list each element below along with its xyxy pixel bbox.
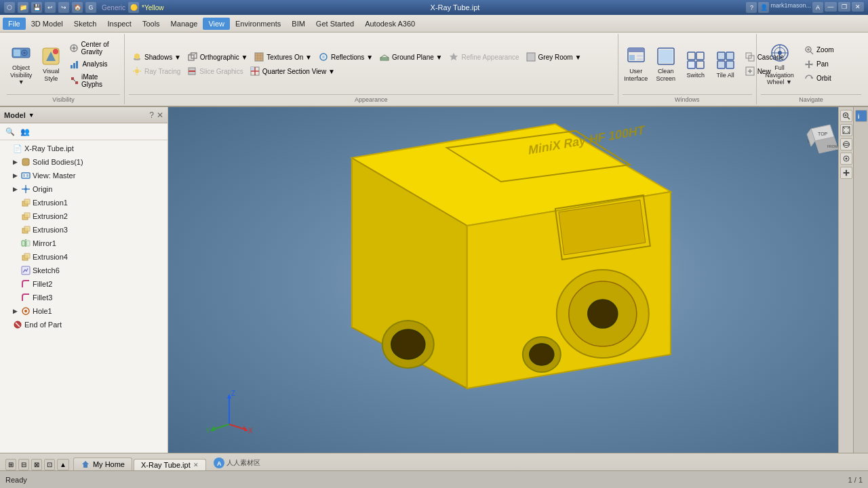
reflections-button[interactable]: Reflections ▼ bbox=[315, 50, 376, 64]
menu-autodesk360[interactable]: Autodesk A360 bbox=[359, 18, 420, 30]
tree-item-extrusion4[interactable]: Extrusion4 bbox=[0, 250, 167, 264]
pan-nav-button[interactable] bbox=[840, 167, 852, 179]
shadows-button[interactable]: Shadows ▼ bbox=[129, 50, 184, 64]
tab-xraytube[interactable]: X-Ray Tube.ipt ✕ bbox=[134, 459, 206, 470]
tree-item-fillet3[interactable]: Fillet3 bbox=[0, 291, 167, 304]
menu-3dmodel[interactable]: 3D Model bbox=[26, 18, 68, 30]
tab-close-icon[interactable]: ✕ bbox=[193, 462, 199, 468]
svg-rect-57 bbox=[717, 52, 725, 60]
menu-bim[interactable]: BIM bbox=[286, 18, 311, 30]
quick-access-save-icon[interactable]: 💾 bbox=[31, 2, 42, 13]
svg-rect-23 bbox=[255, 53, 263, 61]
help-icon[interactable]: ? bbox=[746, 2, 757, 13]
quarter-section-button[interactable]: Quarter Section View ▼ bbox=[247, 64, 338, 78]
ray-tracing-button[interactable]: Ray Tracing bbox=[129, 64, 183, 78]
tree-label: Solid Bodies(1) bbox=[33, 158, 165, 166]
panel-dropdown-icon[interactable]: ▼ bbox=[28, 112, 35, 119]
svg-line-129 bbox=[212, 424, 229, 430]
group-tool-button[interactable]: 👥 bbox=[19, 125, 31, 138]
minimize-button[interactable]: — bbox=[825, 2, 837, 12]
quick-access-home-icon[interactable]: 🏠 bbox=[72, 2, 83, 13]
restore-button[interactable]: ❐ bbox=[838, 2, 850, 12]
textures-on-button[interactable]: Textures On ▼ bbox=[251, 50, 315, 64]
object-visibility-button[interactable]: ObjectVisibility ▼ bbox=[7, 40, 35, 88]
menu-manage[interactable]: Manage bbox=[165, 18, 203, 30]
profile-icon[interactable]: 👤 bbox=[758, 2, 769, 13]
tree-item-mirror1[interactable]: Mirror1 bbox=[0, 237, 167, 250]
object-visibility-icon bbox=[10, 42, 32, 64]
zoom-in-button[interactable] bbox=[840, 110, 852, 122]
clean-screen-icon bbox=[655, 45, 677, 67]
user-interface-button[interactable]: UserInterface bbox=[623, 43, 650, 85]
menu-inspect[interactable]: Inspect bbox=[102, 18, 136, 30]
tree-item-hole1[interactable]: ▶ Hole1 bbox=[0, 304, 167, 318]
quick-access-undo-icon[interactable]: ↩ bbox=[45, 2, 56, 13]
tab-tile-icon[interactable]: ⊠ bbox=[31, 459, 42, 470]
clean-screen-button[interactable]: CleanScreen bbox=[652, 43, 679, 85]
tree-item-extrusion2[interactable]: Extrusion2 bbox=[0, 209, 167, 223]
tree-item-end-of-part[interactable]: End of Part bbox=[0, 318, 167, 331]
zoom-all-button[interactable] bbox=[840, 124, 852, 136]
orbit-button[interactable]: Orbit bbox=[801, 72, 837, 85]
visual-style-button[interactable]: Visual Style bbox=[37, 43, 65, 85]
slice-graphics-label: Slice Graphics bbox=[199, 68, 243, 75]
viewcube[interactable]: TOP L FRONT bbox=[797, 115, 838, 156]
grey-room-button[interactable]: Grey Room ▼ bbox=[523, 50, 585, 64]
refine-appearance-button[interactable]: Refine Appearance bbox=[446, 50, 521, 64]
tree-item-sketch6[interactable]: Sketch6 bbox=[0, 264, 167, 277]
app-logo-icon[interactable]: ⬡ bbox=[4, 2, 15, 13]
inventor-logo-button[interactable]: i bbox=[855, 110, 867, 122]
tree-item-xraytube[interactable]: 📄 X-Ray Tube.ipt bbox=[0, 142, 167, 155]
autodesk-icon[interactable]: A bbox=[812, 2, 823, 13]
windows-group-content: UserInterface CleanScreen bbox=[623, 35, 752, 93]
pan-button[interactable]: Pan bbox=[801, 58, 837, 71]
menu-getstarted[interactable]: Get Started bbox=[311, 18, 359, 30]
full-navigation-wheel-button[interactable]: Full NavigationWheel ▼ bbox=[761, 40, 798, 88]
tree-item-extrusion1[interactable]: Extrusion1 bbox=[0, 196, 167, 209]
quick-access-generic-icon[interactable]: G bbox=[85, 2, 96, 13]
color-scheme-icon[interactable]: 🟡 bbox=[128, 2, 139, 13]
sketch-icon bbox=[20, 265, 31, 276]
orthographic-button[interactable]: Orthographic ▼ bbox=[184, 50, 250, 64]
menu-tools[interactable]: Tools bbox=[137, 18, 165, 30]
tab-my-home[interactable]: My Home bbox=[73, 458, 132, 470]
menu-sketch[interactable]: Sketch bbox=[68, 18, 102, 30]
center-of-gravity-button[interactable]: Center of Gravity bbox=[66, 39, 120, 57]
switch-button[interactable]: Switch bbox=[682, 47, 709, 81]
imate-glyphs-button[interactable]: iMate Glyphs bbox=[66, 72, 120, 89]
menu-view[interactable]: View bbox=[203, 18, 230, 30]
panel-close-icon[interactable]: ✕ bbox=[157, 110, 163, 120]
tab-nav-icon[interactable]: ⊞ bbox=[5, 459, 16, 470]
tab-list-icon[interactable]: ⊡ bbox=[44, 459, 55, 470]
tab-grid-icon[interactable]: ⊟ bbox=[18, 459, 29, 470]
filter-tool-button[interactable]: 🔍 bbox=[4, 125, 16, 138]
close-button[interactable]: ✕ bbox=[852, 2, 864, 12]
panel-help-icon[interactable]: ? bbox=[149, 110, 154, 120]
zoom-label: Zoom bbox=[816, 46, 834, 54]
zoom-button[interactable]: Zoom bbox=[801, 43, 837, 57]
look-at-button[interactable] bbox=[840, 152, 852, 165]
tree-item-fillet2[interactable]: Fillet2 bbox=[0, 277, 167, 291]
quarter-section-label: Quarter Section View ▼ bbox=[262, 68, 335, 75]
svg-point-35 bbox=[135, 69, 139, 73]
viewport[interactable]: MiniX Ray HF 100HT TOP L FRONT bbox=[168, 107, 868, 453]
tree-item-origin[interactable]: ▶ Origin bbox=[0, 182, 167, 196]
svg-rect-54 bbox=[696, 52, 704, 60]
tile-all-button[interactable]: Tile All bbox=[712, 47, 739, 81]
svg-text:FRONT: FRONT bbox=[827, 144, 839, 148]
analysis-button[interactable]: Analysis bbox=[66, 58, 120, 71]
tree-item-extrusion3[interactable]: Extrusion3 bbox=[0, 223, 167, 237]
quick-access-redo-icon[interactable]: ↪ bbox=[58, 2, 69, 13]
orbit-button-nav[interactable] bbox=[840, 138, 852, 150]
slice-graphics-button[interactable]: Slice Graphics bbox=[184, 64, 245, 78]
tab-expand-icon[interactable]: ▲ bbox=[57, 459, 69, 470]
window-controls: ? 👤 mark1mason... A — ❐ ✕ bbox=[746, 2, 864, 13]
menu-file[interactable]: File bbox=[3, 18, 26, 30]
quick-access-open-icon[interactable]: 📁 bbox=[18, 2, 28, 13]
menu-environments[interactable]: Environments bbox=[230, 18, 286, 30]
titlebar: ⬡ 📁 💾 ↩ ↪ 🏠 G Generic 🟡 *Yellow X-Ray Tu… bbox=[0, 0, 868, 15]
tree-item-view-master[interactable]: ▶ View: Master bbox=[0, 169, 167, 182]
viewport-nav-toolbar bbox=[838, 107, 853, 453]
ground-plane-button[interactable]: Ground Plane ▼ bbox=[376, 50, 445, 64]
tree-item-solid-bodies[interactable]: ▶ Solid Bodies(1) bbox=[0, 155, 167, 169]
